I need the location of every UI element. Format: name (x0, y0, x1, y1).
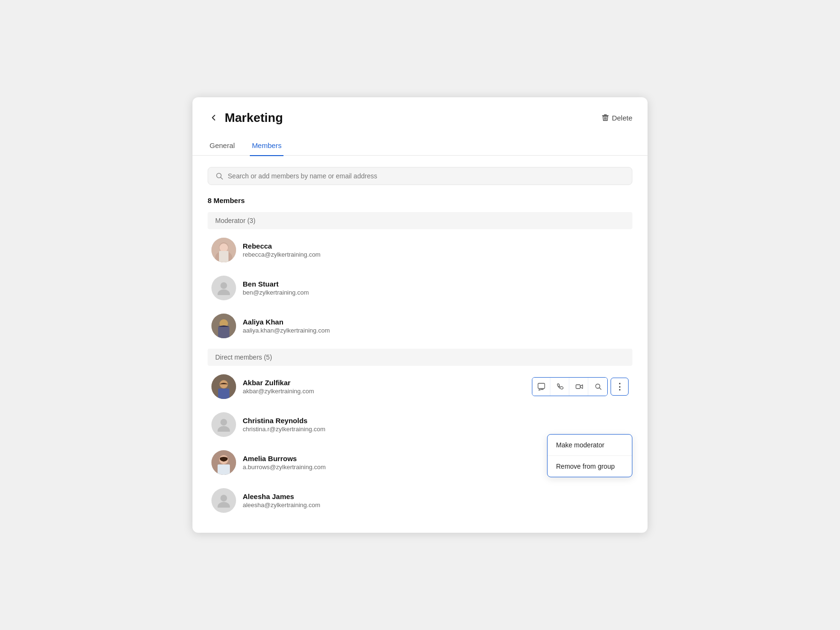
call-icon (557, 383, 564, 390)
list-item: Aaliya Khan aaliya.khan@zylkertraining.c… (208, 307, 632, 345)
video-button[interactable] (570, 378, 588, 396)
svg-rect-29 (218, 464, 230, 475)
page-title: Marketing (225, 111, 283, 125)
delete-label: Delete (612, 114, 632, 122)
direct-section-header: Direct members (5) (208, 349, 632, 366)
more-icon: ⋮ (615, 382, 624, 391)
direct-list: Akbar Zulfikar akbar@zylkertraining.com (208, 368, 632, 519)
avatar (211, 314, 236, 338)
main-window: Marketing Delete General Members (192, 97, 648, 533)
delete-icon (602, 114, 609, 121)
svg-rect-16 (218, 327, 229, 338)
member-info: Rebecca rebecca@zylkertraining.com (243, 242, 629, 258)
call-button[interactable] (551, 378, 569, 396)
search-bar (208, 167, 632, 185)
search2-icon (595, 383, 602, 390)
list-item: Akbar Zulfikar akbar@zylkertraining.com (208, 368, 632, 406)
search-icon (216, 172, 223, 180)
list-item: Christina Reynolds christina.r@zylkertra… (208, 406, 632, 444)
svg-point-31 (220, 495, 227, 501)
svg-rect-22 (576, 385, 580, 389)
avatar (211, 450, 236, 475)
svg-point-12 (220, 282, 227, 289)
delete-button[interactable]: Delete (602, 114, 632, 122)
context-menu: Make moderator Remove from group (547, 434, 632, 477)
search-member-button[interactable] (589, 378, 607, 396)
svg-rect-21 (538, 383, 545, 389)
member-email: rebecca@zylkertraining.com (243, 251, 629, 258)
tab-members[interactable]: Members (250, 138, 283, 156)
member-name: Rebecca (243, 242, 629, 250)
avatar (211, 412, 236, 437)
svg-rect-11 (219, 251, 228, 262)
action-group (532, 377, 608, 396)
search-input[interactable] (228, 172, 624, 180)
make-moderator-option[interactable]: Make moderator (548, 435, 632, 456)
tabs-bar: General Members (192, 129, 648, 156)
member-name: Aleesha James (243, 492, 629, 500)
video-icon (575, 383, 583, 390)
header-left: Marketing (208, 111, 283, 125)
chat-button[interactable] (532, 378, 550, 396)
svg-point-25 (220, 419, 227, 426)
avatar (211, 276, 236, 300)
svg-point-13 (218, 289, 230, 295)
svg-point-10 (219, 243, 228, 252)
member-info: Christina Reynolds christina.r@zylkertra… (243, 417, 629, 433)
svg-rect-1 (604, 114, 607, 115)
content-area: 8 Members Moderator (3) (192, 156, 648, 533)
member-name: Ben Stuart (243, 280, 629, 288)
list-item: Ben Stuart ben@zylkertraining.com (208, 269, 632, 307)
avatar (211, 374, 236, 399)
svg-point-26 (218, 426, 230, 432)
member-name: Christina Reynolds (243, 417, 629, 425)
member-name: Aaliya Khan (243, 318, 629, 326)
member-email: ben@zylkertraining.com (243, 289, 629, 296)
list-item: Aleesha James aleesha@zylkertraining.com (208, 482, 632, 519)
svg-line-6 (221, 177, 223, 179)
member-info: Ben Stuart ben@zylkertraining.com (243, 280, 629, 296)
member-actions: ⋮ (532, 377, 629, 396)
avatar (211, 238, 236, 262)
back-button[interactable] (208, 111, 220, 124)
member-email: akbar@zylkertraining.com (243, 388, 532, 395)
svg-point-32 (218, 502, 230, 508)
list-item: Rebecca rebecca@zylkertraining.com (208, 231, 632, 269)
moderator-section-header: Moderator (3) (208, 212, 632, 229)
more-options-button[interactable]: ⋮ (611, 378, 629, 396)
member-info: Akbar Zulfikar akbar@zylkertraining.com (243, 379, 532, 395)
members-count: 8 Members (208, 196, 632, 204)
header: Marketing Delete (192, 97, 648, 125)
chat-icon (538, 383, 545, 390)
avatar (211, 488, 236, 513)
svg-line-24 (600, 388, 602, 390)
member-email: aaliya.khan@zylkertraining.com (243, 327, 629, 334)
remove-from-group-option[interactable]: Remove from group (548, 456, 632, 477)
svg-rect-0 (602, 115, 609, 116)
member-email: aleesha@zylkertraining.com (243, 501, 629, 509)
member-info: Aaliya Khan aaliya.khan@zylkertraining.c… (243, 318, 629, 334)
tab-general[interactable]: General (208, 138, 237, 156)
member-email: christina.r@zylkertraining.com (243, 426, 629, 433)
member-name: Akbar Zulfikar (243, 379, 532, 387)
moderator-list: Rebecca rebecca@zylkertraining.com Ben S… (208, 231, 632, 345)
svg-rect-19 (218, 389, 229, 399)
moderator-section: Moderator (3) Rebecca (208, 212, 632, 345)
direct-members-section: Direct members (5) Akbar Zulf (208, 349, 632, 519)
member-info: Aleesha James aleesha@zylkertraining.com (243, 492, 629, 509)
